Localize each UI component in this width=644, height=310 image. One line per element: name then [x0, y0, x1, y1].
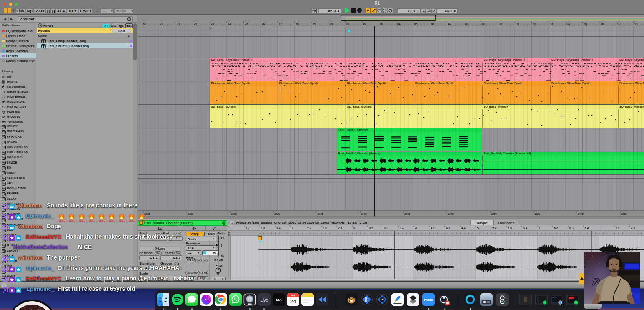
svg-text:2:30: 2:30: [274, 212, 280, 215]
svg-text:2:45: 2:45: [404, 212, 410, 215]
svg-text:Pitch: Pitch: [216, 264, 223, 267]
svg-text:24: 24: [221, 236, 224, 239]
svg-text:2:25: 2:25: [231, 212, 237, 215]
svg-text:2:50: 2:50: [448, 212, 454, 215]
svg-text:2:15: 2:15: [144, 212, 150, 215]
svg-text:2:35: 2:35: [318, 212, 323, 215]
svg-text:2:20: 2:20: [188, 212, 193, 215]
svg-text:Live: Live: [261, 298, 268, 302]
svg-text:0: 0: [221, 244, 222, 247]
svg-text:0.0 dB: 0.0 dB: [214, 259, 223, 262]
svg-text:70: 70: [221, 255, 224, 258]
svg-text:3:00: 3:00: [534, 212, 540, 215]
svg-text:st: st: [217, 272, 220, 275]
svg-text:3:10: 3:10: [621, 212, 627, 215]
svg-text:2:40: 2:40: [361, 212, 367, 215]
svg-text:3:05: 3:05: [578, 212, 584, 215]
svg-text:MA: MA: [276, 298, 282, 302]
svg-text:24: 24: [290, 298, 297, 305]
svg-text:zoom: zoom: [424, 298, 433, 302]
svg-text:2:55: 2:55: [491, 212, 497, 215]
svg-text:FEB: FEB: [291, 295, 296, 297]
